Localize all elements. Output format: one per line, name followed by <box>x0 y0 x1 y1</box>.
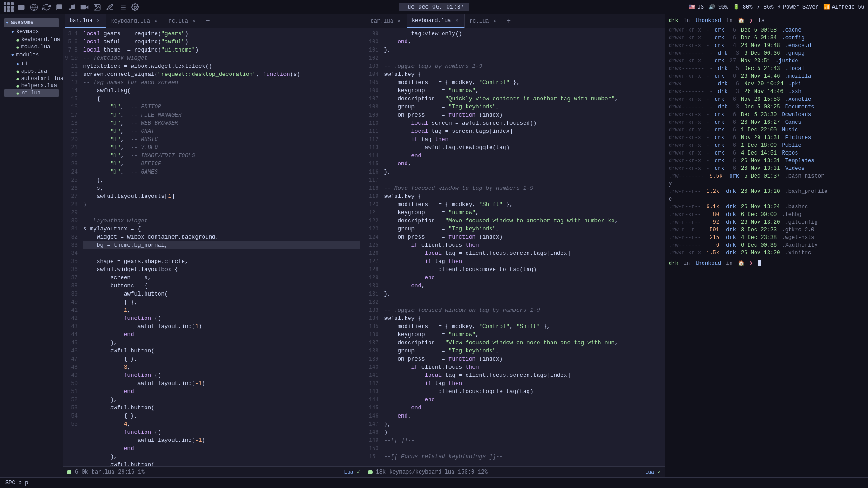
left-tab-keyboard-lua[interactable]: keyboard.lua × <box>106 14 164 28</box>
list-item: drwxr-xr-x - drk 6 26 Nov 13:31 Videos <box>669 165 864 173</box>
left-tab-rc-close[interactable]: × <box>191 18 197 24</box>
main-area: ▾ awesome ▾ keymaps ◆ keyboard.lua ◆ mou… <box>0 14 868 477</box>
sidebar-keyboard-lua[interactable]: ◆ keyboard.lua <box>4 36 59 43</box>
edit-icon[interactable] <box>105 2 115 12</box>
sidebar-ui[interactable]: ▸ ui <box>4 60 59 68</box>
list-item: drwxr-xr-x - drk 6 Dec 6 00:58 .cache <box>669 27 864 34</box>
list-item: .rw-r--r-- 6.1k drk 26 Nov 13:24 .bashrc <box>669 203 864 211</box>
battery2-status: ⚡ 86% <box>757 4 774 10</box>
right-tab-bar-close[interactable]: × <box>396 18 402 24</box>
settings-icon[interactable] <box>130 2 140 12</box>
list-item: .rw-r--r-- 1.2k drk 26 Nov 13:20 .bash_p… <box>669 188 864 196</box>
svg-point-13 <box>134 6 137 8</box>
sidebar-autostart-lua[interactable]: ◆ autostart.lua <box>4 75 59 82</box>
left-tab-rc-label: rc.lua <box>169 18 188 24</box>
left-tab-bar-lua-close[interactable]: × <box>95 18 101 24</box>
terminal-prompt-user: drk <box>669 17 679 25</box>
sidebar-keyboard-label: keyboard.lua <box>21 37 60 43</box>
list-item: drwxr-xr-x - drk 4 26 Nov 19:48 .emacs.d <box>669 42 864 50</box>
sidebar-ui-label: ui <box>22 61 28 67</box>
right-status-pos: 150:0 <box>458 469 474 475</box>
list-item: drwxr-xr-x - drk 6 1 Dec 18:00 Public <box>669 142 864 150</box>
left-tab-add[interactable]: + <box>202 17 214 25</box>
right-code-area[interactable]: 99 100 101 102 103 104 105 106 107 108 1… <box>364 28 665 466</box>
list-item: .rwxr-xr-- 80 drk 6 Dec 00:00 .fehbg <box>669 211 864 219</box>
left-status-pct: 1% <box>138 469 144 475</box>
sidebar-mouse-lua[interactable]: ◆ mouse.lua <box>4 43 59 51</box>
image-icon[interactable] <box>92 2 102 12</box>
terminal-host: thonkpad <box>695 17 721 25</box>
svg-marker-3 <box>86 5 88 9</box>
sidebar-rc-lua[interactable]: ◆ rc.lua <box>4 89 59 97</box>
sidebar: ▾ awesome ▾ keymaps ◆ keyboard.lua ◆ mou… <box>0 14 63 477</box>
right-tab-add[interactable]: + <box>503 17 515 25</box>
right-tab-bar-lua-label: bar.lua <box>371 18 393 24</box>
left-status-indicator <box>67 470 71 474</box>
svg-rect-4 <box>81 5 86 9</box>
sidebar-keymaps[interactable]: ▾ keymaps <box>4 27 59 36</box>
topbar-right: 🇺🇸 US 🔊 90% 🔋 80% ⚡ 86% ⚡ Power Saver 📶 … <box>579 4 864 10</box>
list-item: .rw-r--r-- 215 drk 4 Dec 23:38 .wget-hst… <box>669 234 864 242</box>
right-tab-keyboard[interactable]: keyboard.lua × <box>407 14 465 28</box>
right-status-size: 18k <box>376 469 386 475</box>
files-icon[interactable] <box>16 2 26 12</box>
right-status-indicator <box>368 470 373 474</box>
svg-point-6 <box>95 5 96 6</box>
wifi-status: 📶 Alfredo 5G <box>823 4 864 10</box>
right-status-pct: 12% <box>478 469 488 475</box>
music-icon[interactable] <box>67 2 77 12</box>
right-tab-keyboard-close[interactable]: × <box>453 18 460 24</box>
left-status-file: bar.lua <box>92 469 114 475</box>
modules-chevron: ▾ <box>11 52 14 59</box>
power-icon: ⚡ <box>778 4 781 10</box>
right-lang-badge: Lua <box>645 469 654 475</box>
app-grid-icon[interactable] <box>4 2 14 12</box>
left-tab-rc-lua[interactable]: rc.lua × <box>164 14 202 28</box>
list-item: drwx------- - drk 3 Dec 5 08:25 Document… <box>669 103 864 111</box>
left-tab-bar-lua[interactable]: bar.lua × <box>65 14 106 28</box>
browser-icon[interactable] <box>29 2 39 12</box>
list-item: drwxr-xr-x - drk 6 Nov 26 15:53 .xonotic <box>669 96 864 103</box>
left-pane-status: 6.0k bar.lua 29:16 1% Lua ✓ <box>63 466 364 477</box>
list-item: drwx------- - drk 5 Dec 5 21:43 .local <box>669 65 864 73</box>
list-icon[interactable] <box>118 2 127 12</box>
left-code-content[interactable]: local gears = require("gears") local awf… <box>80 28 364 466</box>
right-editor-pane: bar.lua × keyboard.lua × rc.lua × + 99 <box>364 14 665 477</box>
list-item: y <box>669 180 864 188</box>
right-tab-rc-close[interactable]: × <box>492 18 498 24</box>
left-status-pos: 29:16 <box>118 469 134 475</box>
right-code-content[interactable]: tag:view_only() end, }, -- Toggle tags b… <box>381 28 665 466</box>
terminal-chevron: ❯ <box>746 17 756 25</box>
list-item: drwxr-xr-x - drk 6 Dec 6 01:34 .config <box>669 34 864 42</box>
wifi-icon: 📶 <box>823 4 830 10</box>
chevron-icon: ▾ <box>5 19 9 26</box>
left-tab-keyboard-close[interactable]: × <box>153 18 159 24</box>
sidebar-helpers-lua[interactable]: ◆ helpers.lua <box>4 82 59 89</box>
terminal-in4: in <box>723 260 736 267</box>
video-icon[interactable] <box>80 2 90 12</box>
sidebar-apps-lua[interactable]: ◆ apps.lua <box>4 68 59 75</box>
sidebar-modules[interactable]: ▾ modules <box>4 51 59 60</box>
terminal-chevron2: ❯ <box>746 260 756 267</box>
list-item: drwxr-xr-x - drk 6 Dec 5 23:30 Downloads <box>669 111 864 119</box>
right-tab-bar-lua[interactable]: bar.lua × <box>366 14 407 28</box>
file-icon-keyboard: ◆ <box>16 37 19 43</box>
terminal-content[interactable]: drk in thonkpad in 🏠 ❯ ls drwxr-xr-x - d… <box>665 14 868 477</box>
list-item: drwxr-xr-x - drk 6 4 Dec 14:51 Repos <box>669 150 864 157</box>
sidebar-awesome[interactable]: ▾ awesome <box>4 18 59 27</box>
terminal-command: ls <box>758 17 764 25</box>
sidebar-rc-label: rc.lua <box>21 90 41 96</box>
right-tab-rc[interactable]: rc.lua × <box>465 14 503 28</box>
sidebar-keymaps-label: keymaps <box>16 28 39 35</box>
keyboard-flag: 🇺🇸 <box>689 4 695 10</box>
terminal-in-label: in <box>680 17 693 25</box>
sidebar-autostart-label: autostart.lua <box>21 75 64 82</box>
topbar-left <box>4 2 289 12</box>
topbar: Tue Dec 06, 01:37 🇺🇸 US 🔊 90% 🔋 80% ⚡ 86… <box>0 0 868 14</box>
chat-icon[interactable] <box>54 2 64 12</box>
refresh-icon[interactable] <box>42 2 52 12</box>
svg-point-1 <box>69 8 71 10</box>
terminal-cursor <box>758 260 761 266</box>
ui-folder-icon: ▸ <box>16 60 20 67</box>
left-code-area[interactable]: 3 4 5 6 7 8 9 10 11 12 13 14 15 16 17 18… <box>63 28 364 466</box>
